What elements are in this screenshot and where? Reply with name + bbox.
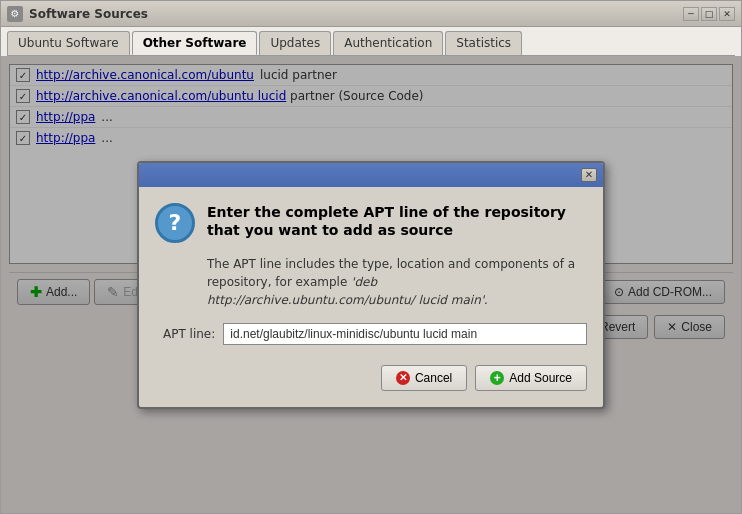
tab-bar: Ubuntu Software Other Software Updates A…: [1, 27, 741, 55]
add-source-button[interactable]: + Add Source: [475, 365, 587, 391]
title-bar-left: ⚙ Software Sources: [7, 6, 148, 22]
tab-statistics[interactable]: Statistics: [445, 31, 522, 55]
modal-buttons: ✕ Cancel + Add Source: [155, 361, 587, 391]
window-close-button[interactable]: ✕: [719, 7, 735, 21]
app-icon: ⚙: [7, 6, 23, 22]
minimize-button[interactable]: ─: [683, 7, 699, 21]
content-area: http://archive.canonical.com/ubuntu luci…: [1, 56, 741, 513]
modal-header-row: ? Enter the complete APT line of the rep…: [155, 203, 587, 243]
apt-label: APT line:: [163, 327, 215, 341]
modal-overlay: ✕ ? Enter the complete APT line of the r…: [1, 56, 741, 513]
tab-ubuntu-software[interactable]: Ubuntu Software: [7, 31, 130, 55]
title-buttons: ─ □ ✕: [683, 7, 735, 21]
info-icon: ?: [155, 203, 195, 243]
modal-body: ? Enter the complete APT line of the rep…: [139, 187, 603, 407]
main-window: ⚙ Software Sources ─ □ ✕ Ubuntu Software…: [0, 0, 742, 514]
tab-authentication[interactable]: Authentication: [333, 31, 443, 55]
add-source-icon: +: [490, 371, 504, 385]
modal-title-bar: ✕: [139, 163, 603, 187]
modal-heading: Enter the complete APT line of the repos…: [207, 203, 587, 239]
apt-line-row: APT line:: [155, 323, 587, 345]
window-title: Software Sources: [29, 7, 148, 21]
cancel-icon: ✕: [396, 371, 410, 385]
apt-input[interactable]: [223, 323, 587, 345]
maximize-button[interactable]: □: [701, 7, 717, 21]
modal-close-button[interactable]: ✕: [581, 168, 597, 182]
tab-updates[interactable]: Updates: [259, 31, 331, 55]
cancel-button[interactable]: ✕ Cancel: [381, 365, 467, 391]
title-bar: ⚙ Software Sources ─ □ ✕: [1, 1, 741, 27]
tab-other-software[interactable]: Other Software: [132, 31, 258, 55]
modal-description: The APT line includes the type, location…: [155, 255, 587, 309]
modal-dialog: ✕ ? Enter the complete APT line of the r…: [137, 161, 605, 409]
